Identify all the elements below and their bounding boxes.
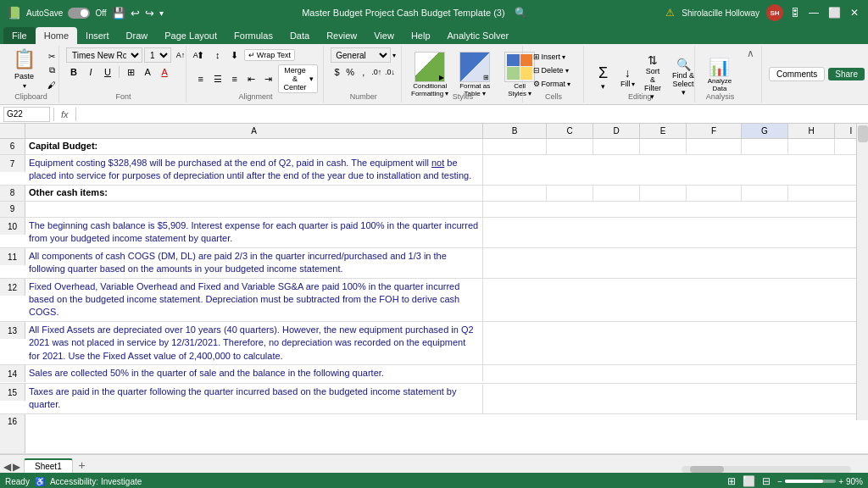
col-header-a[interactable]: A (25, 124, 483, 138)
cell-a7[interactable]: Equipment costing $328,498 will be purch… (25, 155, 483, 185)
cell-a6[interactable]: Capital Budget: (25, 139, 483, 154)
format-button[interactable]: ⚙ Format ▾ (530, 78, 578, 90)
normal-view-button[interactable]: ⊞ (727, 475, 736, 487)
zoom-out-button[interactable]: − (777, 477, 782, 486)
tab-data[interactable]: Data (281, 27, 318, 44)
cell-a12[interactable]: Fixed Overhead, Variable Overhead and Fi… (25, 279, 483, 321)
col-header-h[interactable]: H (788, 124, 835, 138)
number-format-select[interactable]: General (331, 47, 391, 63)
cell-e6[interactable] (640, 139, 687, 154)
col-header-f[interactable]: F (687, 124, 742, 138)
zoom-slider[interactable] (785, 480, 836, 483)
page-break-view-button[interactable]: ⊟ (762, 475, 771, 487)
page-layout-view-button[interactable]: ⬜ (743, 475, 755, 487)
col-header-b[interactable]: B (483, 124, 547, 138)
formula-input[interactable] (80, 107, 865, 122)
cell-a14[interactable]: Sales are collected 50% in the quarter o… (25, 365, 483, 381)
align-left-button[interactable]: ≡ (193, 71, 209, 86)
align-bottom-button[interactable]: ⬇ (227, 47, 242, 63)
cell-b6[interactable] (483, 139, 547, 154)
cell-b8[interactable] (483, 186, 547, 201)
autosave-toggle[interactable] (68, 8, 90, 19)
cell-g8[interactable] (742, 186, 788, 201)
wrap-text-button[interactable]: ↵ Wrap Text (244, 49, 295, 61)
cell-f8[interactable] (687, 186, 742, 201)
cut-button[interactable]: ✂ (40, 49, 64, 63)
autosum-button[interactable]: Σ ▾ (591, 62, 616, 93)
paste-button[interactable]: 📋 Paste ▾ (8, 47, 40, 90)
cell-more-16[interactable] (25, 414, 868, 453)
comments-button[interactable]: Comments (769, 67, 825, 81)
italic-button[interactable]: I (83, 64, 98, 80)
format-as-table-button[interactable]: ⊞ Format asTable ▾ (453, 52, 496, 97)
ribbon-display-btn[interactable]: 🎛 (790, 7, 800, 19)
col-header-g[interactable]: G (742, 124, 788, 138)
collapse-ribbon-button[interactable]: ∧ (747, 47, 754, 59)
redo-icon[interactable]: ↪ (145, 7, 154, 19)
bold-button[interactable]: B (66, 64, 81, 80)
cell-a10[interactable]: The beginning cash balance is $5,909. In… (25, 218, 483, 247)
function-button[interactable]: fx (58, 109, 72, 119)
tab-formulas[interactable]: Formulas (225, 27, 281, 44)
cell-reference-input[interactable] (3, 107, 50, 122)
align-right-button[interactable]: ≡ (227, 71, 242, 86)
insert-button[interactable]: ⊞ Insert ▾ (530, 51, 578, 63)
decrease-decimal-button[interactable]: .0↓ (384, 64, 397, 80)
merge-center-button[interactable]: Merge & Center ▾ (278, 64, 318, 93)
font-size-select[interactable]: 12 (144, 47, 171, 63)
vertical-scrollbar[interactable] (856, 124, 868, 420)
zoom-in-button[interactable]: + (838, 477, 843, 486)
cell-c8[interactable] (547, 186, 593, 201)
cell-f6[interactable] (687, 139, 742, 154)
add-sheet-button[interactable]: + (75, 458, 90, 473)
sheet-tab-sheet1[interactable]: Sheet1 (24, 458, 73, 473)
undo-icon[interactable]: ↩ (131, 7, 140, 19)
underline-button[interactable]: U (100, 64, 115, 80)
font-color-button[interactable]: A (157, 64, 172, 80)
tab-page-layout[interactable]: Page Layout (156, 27, 225, 44)
percent-button[interactable]: % (344, 64, 357, 80)
increase-decimal-button[interactable]: .0↑ (370, 64, 383, 80)
tab-draw[interactable]: Draw (118, 27, 157, 44)
cell-d8[interactable] (593, 186, 640, 201)
increase-font-icon[interactable]: A↑ (173, 47, 188, 63)
cell-e8[interactable] (640, 186, 687, 201)
fill-color-button[interactable]: A (140, 64, 155, 80)
minimize-btn[interactable]: — (807, 6, 821, 19)
maximize-btn[interactable]: ⬜ (827, 6, 841, 19)
indent-right-button[interactable]: ⇥ (261, 71, 276, 86)
currency-button[interactable]: $ (331, 64, 343, 80)
col-header-d[interactable]: D (593, 124, 640, 138)
cell-a11[interactable]: All components of cash COGS (DM, DL) are… (25, 248, 483, 278)
tab-help[interactable]: Help (403, 27, 439, 44)
align-top-button[interactable]: ⬆ (193, 47, 209, 63)
share-button[interactable]: Share (828, 68, 865, 80)
save-icon[interactable]: 💾 (112, 7, 125, 19)
tab-review[interactable]: Review (318, 27, 365, 44)
cell-a13[interactable]: All Fixed Assets are depreciated over 10… (25, 322, 483, 364)
indent-left-button[interactable]: ⇤ (244, 71, 259, 86)
tab-insert[interactable]: Insert (77, 27, 118, 44)
cell-more-9[interactable] (483, 202, 868, 217)
cell-g6[interactable] (742, 139, 788, 154)
fill-button[interactable]: ↓ Fill ▾ (618, 64, 637, 91)
cell-c6[interactable] (547, 139, 593, 154)
scroll-left-tab-button[interactable]: ◀ ▶ (3, 461, 20, 473)
tab-view[interactable]: View (365, 27, 403, 44)
delete-button[interactable]: ⊟ Delete ▾ (530, 64, 578, 76)
tab-file[interactable]: File (3, 27, 36, 44)
conditional-formatting-button[interactable]: ▶ ConditionalFormatting ▾ (409, 52, 451, 97)
tab-analytic-solver[interactable]: Analytic Solver (439, 27, 518, 44)
align-middle-button[interactable]: ↕ (210, 47, 225, 63)
comma-button[interactable]: , (357, 64, 370, 80)
cell-d6[interactable] (593, 139, 640, 154)
cell-h6[interactable] (788, 139, 835, 154)
border-button[interactable]: ⊞ (123, 64, 138, 80)
close-btn[interactable]: ✕ (848, 6, 861, 19)
accessibility-icon[interactable]: ♿ (35, 477, 45, 486)
copy-button[interactable]: ⧉ (40, 64, 64, 77)
align-center-button[interactable]: ☰ (210, 71, 225, 86)
horizontal-scrollbar[interactable] (682, 466, 851, 473)
cell-a8[interactable]: Other cash items: (25, 186, 483, 201)
tab-home[interactable]: Home (36, 27, 77, 44)
